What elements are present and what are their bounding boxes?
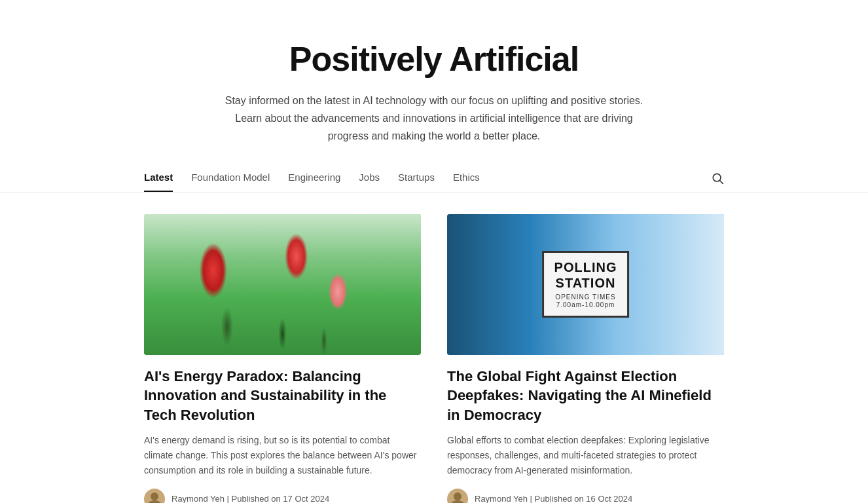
article-excerpt-2: Global efforts to combat election deepfa… bbox=[447, 433, 724, 478]
nav-link-foundation-model[interactable]: Foundation Model bbox=[191, 172, 270, 192]
nav-link-startups[interactable]: Startups bbox=[398, 172, 435, 192]
nav-links: Latest Foundation Model Engineering Jobs… bbox=[144, 172, 480, 192]
polling-line2: STATION bbox=[554, 275, 617, 291]
nav-link-latest[interactable]: Latest bbox=[144, 172, 173, 192]
search-icon bbox=[711, 172, 724, 185]
article-image-1 bbox=[144, 214, 421, 355]
site-header: Positively Artificial Stay informed on t… bbox=[205, 0, 663, 172]
site-title: Positively Artificial bbox=[218, 39, 650, 79]
search-button[interactable] bbox=[711, 172, 724, 193]
site-description: Stay informed on the latest in AI techno… bbox=[218, 92, 650, 145]
articles-grid: AI's Energy Paradox: Balancing Innovatio… bbox=[0, 214, 868, 503]
author-info-2: Raymond Yeh | Published on 16 Oct 2024 bbox=[475, 494, 632, 503]
article-excerpt-1: AI's energy demand is rising, but so is … bbox=[144, 433, 421, 478]
author-avatar-1 bbox=[144, 489, 165, 503]
article-card-2: POLLING STATION OPENING TIMES 7.00am-10.… bbox=[447, 214, 724, 503]
nav-link-jobs[interactable]: Jobs bbox=[359, 172, 380, 192]
polling-opening: OPENING TIMES 7.00am-10.00pm bbox=[554, 293, 617, 309]
main-nav: Latest Foundation Model Engineering Jobs… bbox=[0, 172, 868, 193]
author-info-1: Raymond Yeh | Published on 17 Oct 2024 bbox=[172, 494, 329, 503]
author-avatar-2 bbox=[447, 489, 468, 503]
svg-line-1 bbox=[720, 180, 723, 183]
article-title-2[interactable]: The Global Fight Against Election Deepfa… bbox=[447, 367, 724, 425]
nav-link-engineering[interactable]: Engineering bbox=[288, 172, 340, 192]
article-title-1[interactable]: AI's Energy Paradox: Balancing Innovatio… bbox=[144, 367, 421, 425]
article-meta-2: Raymond Yeh | Published on 16 Oct 2024 bbox=[447, 489, 724, 503]
article-image-2: POLLING STATION OPENING TIMES 7.00am-10.… bbox=[447, 214, 724, 355]
polling-line1: POLLING bbox=[554, 259, 617, 275]
polling-station-sign: POLLING STATION OPENING TIMES 7.00am-10.… bbox=[542, 251, 630, 318]
article-card-1: AI's Energy Paradox: Balancing Innovatio… bbox=[144, 214, 421, 503]
article-meta-1: Raymond Yeh | Published on 17 Oct 2024 bbox=[144, 489, 421, 503]
nav-link-ethics[interactable]: Ethics bbox=[453, 172, 480, 192]
